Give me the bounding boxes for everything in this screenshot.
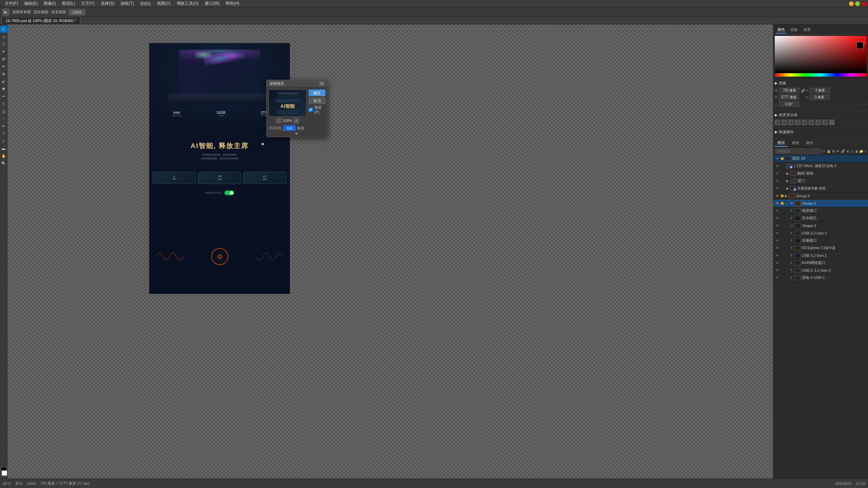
modal-radius-row: 半径(R): 像素 — [269, 125, 307, 131]
modal-right: 确定 取消 预览(P) — [309, 89, 326, 132]
modal-preview-img: AI智能 — [269, 90, 306, 116]
zoom-in-btn[interactable]: + — [294, 118, 299, 123]
modal-ok-button[interactable]: 确定 — [309, 89, 326, 96]
modal-zoom-pct: 100% — [283, 119, 292, 123]
modal-close-button[interactable]: × — [319, 81, 324, 86]
radius-unit: 像素 — [297, 126, 304, 131]
modal-left: AI智能 - 100% + — [269, 89, 307, 132]
modal-title: 滤镜预览 — [269, 81, 284, 86]
modal-preview-area: AI智能 — [269, 89, 307, 117]
modal-content-row: AI智能 - 100% + — [269, 89, 325, 132]
modal-preview-checkbox-row: 预览(P) — [309, 105, 326, 114]
modal-triangle-indicator — [295, 133, 299, 135]
modal-body: AI智能 - 100% + — [267, 87, 327, 137]
modal-titlebar: 滤镜预览 × — [267, 80, 327, 87]
modal-preview-checkbox[interactable] — [309, 107, 313, 112]
modal-zoom-row: - 100% + — [269, 118, 307, 123]
radius-label: 半径(R): — [269, 126, 282, 131]
modal-cancel-button[interactable]: 取消 — [309, 97, 326, 104]
radius-input[interactable] — [283, 125, 296, 131]
modal-dialog: 滤镜预览 × AI智能 — [266, 80, 327, 137]
modal-overlay: 滤镜预览 × AI智能 — [0, 0, 868, 488]
modal-preview-label: 预览(P) — [314, 105, 326, 114]
zoom-out-btn[interactable]: - — [276, 118, 281, 123]
